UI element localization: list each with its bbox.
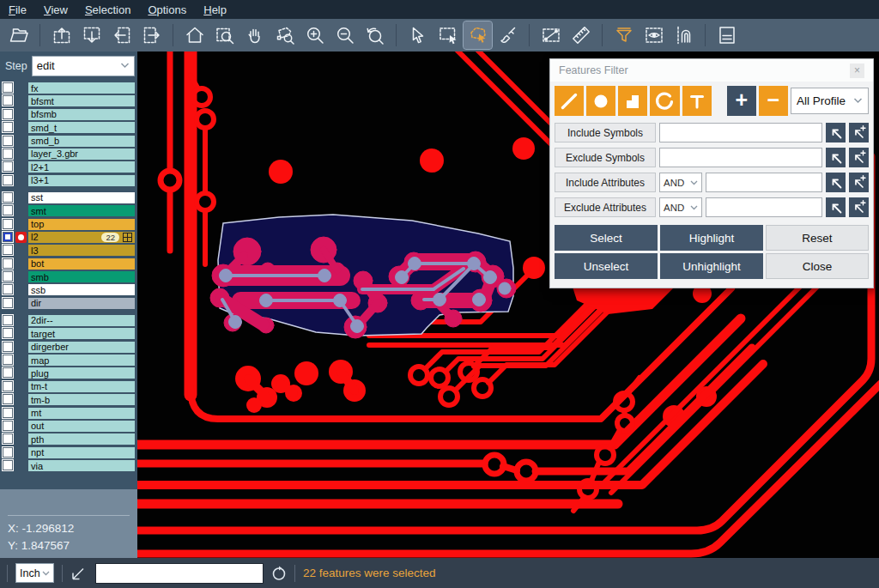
layer-name-bar[interactable]: smb (28, 271, 135, 282)
text-feature-icon[interactable] (682, 86, 712, 116)
layer-visibility-checkbox[interactable] (3, 136, 13, 146)
layer-row-fx[interactable]: fx (0, 82, 137, 94)
pick-add-from-canvas-icon[interactable] (849, 148, 869, 167)
layer-name-bar[interactable]: fx (28, 82, 135, 94)
select-rectangle-icon[interactable] (433, 21, 462, 49)
layer-row-out[interactable]: out (0, 421, 137, 432)
layer-visibility-checkbox[interactable] (3, 328, 13, 338)
pick-add-from-canvas-icon[interactable] (849, 173, 869, 192)
layer-visibility-checkbox[interactable] (3, 367, 13, 378)
layer-name-bar[interactable]: dirgerber (28, 342, 135, 353)
snap-icon[interactable] (670, 21, 698, 49)
layer-row-plug[interactable]: plug (0, 367, 137, 379)
logic-operator-select[interactable]: AND (659, 173, 702, 192)
layer-name-bar[interactable]: bfsmb (28, 109, 135, 120)
layer-list-icon[interactable] (712, 21, 741, 49)
layer-visibility-checkbox[interactable] (3, 408, 13, 418)
menu-view[interactable]: View (35, 3, 76, 17)
layer-name-bar[interactable]: tm-b (28, 394, 135, 405)
layer-name-bar[interactable]: smd_t (28, 122, 135, 133)
layer-name-bar[interactable]: layer_3.gbr (28, 149, 135, 160)
layer-name-bar[interactable]: l3+1 (28, 175, 135, 186)
close-button[interactable]: Close (766, 253, 869, 279)
include-attributes-input[interactable] (706, 173, 822, 192)
layer-name-bar[interactable]: pth (28, 433, 135, 445)
arc-feature-icon[interactable] (650, 86, 679, 116)
reset-button[interactable]: Reset (766, 225, 869, 251)
line-feature-icon[interactable] (555, 86, 584, 116)
layer-row-bfsmb[interactable]: bfsmb (0, 109, 137, 120)
layer-visibility-checkbox[interactable] (3, 95, 13, 106)
unit-select[interactable]: Inch (15, 563, 54, 583)
zoom-in-icon[interactable] (300, 21, 329, 49)
layer-name-bar[interactable]: mt (28, 408, 135, 419)
menu-help[interactable]: Help (195, 3, 235, 17)
layer-name-bar[interactable]: npt (28, 447, 135, 458)
layer-row-sst[interactable]: sst (0, 192, 137, 203)
layer-row-target[interactable]: target (0, 328, 137, 339)
layer-visibility-checkbox[interactable] (3, 258, 13, 269)
layer-visibility-checkbox[interactable] (3, 355, 13, 365)
pick-from-canvas-icon[interactable] (826, 148, 846, 167)
layer-visibility-checkbox[interactable] (3, 315, 13, 325)
zoom-previous-icon[interactable] (361, 21, 389, 49)
pick-from-canvas-icon[interactable] (826, 197, 846, 217)
measure-line-icon[interactable] (536, 21, 565, 49)
layer-name-bar[interactable]: sst (28, 192, 135, 203)
layer-visibility-checkbox[interactable] (3, 394, 13, 404)
layer-row-npt[interactable]: npt (0, 447, 137, 458)
pick-from-canvas-icon[interactable] (826, 173, 846, 192)
active-layer-indicator[interactable] (15, 232, 27, 243)
layer-visibility-checkbox[interactable] (3, 342, 13, 352)
home-icon[interactable] (180, 21, 209, 49)
layer-visibility-checkbox[interactable] (3, 284, 13, 294)
layer-visibility-checkbox[interactable] (3, 82, 13, 93)
layer-row-l2+1[interactable]: l2+1 (0, 161, 137, 173)
angle-measure-icon[interactable] (70, 566, 88, 581)
layer-name-bar[interactable]: via (28, 460, 135, 471)
refresh-icon[interactable] (271, 566, 287, 581)
layer-name-bar[interactable]: bot (28, 258, 135, 270)
grid-icon[interactable] (123, 233, 132, 242)
layer-name-bar[interactable]: smt (28, 205, 135, 216)
layer-name-bar[interactable]: map (28, 355, 135, 366)
layer-visibility-checkbox[interactable] (3, 433, 13, 444)
exclude-attributes-button[interactable]: Exclude Attributes (555, 197, 656, 217)
layer-name-bar[interactable]: l3 (28, 245, 135, 256)
include-symbols-input[interactable] (659, 123, 822, 142)
step-select[interactable]: edit (32, 56, 135, 76)
layer-name-bar[interactable]: target (28, 328, 135, 339)
clear-brush-icon[interactable] (494, 21, 522, 49)
layer-row-tm-t[interactable]: tm-t (0, 381, 137, 392)
dialog-title-bar[interactable]: Features Filter × (550, 59, 873, 82)
layer-name-bar[interactable]: 2dir-- (28, 315, 135, 326)
command-input[interactable] (95, 563, 264, 584)
layer-row-bfsmt[interactable]: bfsmt (0, 95, 137, 106)
exclude-symbols-input[interactable] (659, 148, 822, 167)
add-filter-button[interactable]: + (727, 86, 756, 116)
select-button[interactable]: Select (555, 225, 658, 251)
pan-down-icon[interactable] (77, 21, 106, 49)
close-icon[interactable]: × (850, 64, 864, 78)
layer-visibility-checkbox[interactable] (3, 232, 13, 242)
filter-icon[interactable] (609, 21, 638, 49)
layer-name-bar[interactable]: tm-t (28, 381, 135, 392)
layer-visibility-checkbox[interactable] (3, 109, 13, 119)
zoom-window-icon[interactable] (210, 21, 239, 49)
layer-row-dirgerber[interactable]: dirgerber (0, 342, 137, 353)
layer-visibility-checkbox[interactable] (3, 421, 13, 431)
pick-add-from-canvas-icon[interactable] (849, 123, 869, 142)
layer-row-smd_t[interactable]: smd_t (0, 122, 137, 133)
surface-feature-icon[interactable] (618, 86, 647, 116)
layer-row-mt[interactable]: mt (0, 408, 137, 419)
layer-row-dir[interactable]: dir (0, 298, 137, 309)
layer-row-2dir--[interactable]: 2dir-- (0, 315, 137, 326)
layer-name-bar[interactable]: ssb (28, 284, 135, 295)
layer-name-bar[interactable]: smd_b (28, 136, 135, 147)
pad-feature-icon[interactable] (586, 86, 615, 116)
layer-name-bar[interactable]: out (28, 421, 135, 432)
layer-name-bar[interactable]: dir (28, 298, 135, 309)
layer-visibility-checkbox[interactable] (3, 192, 13, 203)
layer-row-smd_b[interactable]: smd_b (0, 136, 137, 147)
layer-row-layer_3.gbr[interactable]: layer_3.gbr (0, 149, 137, 160)
